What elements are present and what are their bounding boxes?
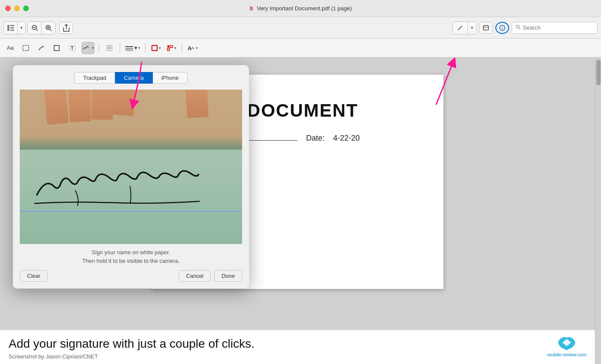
markup-active-btn[interactable]: i [495,22,509,34]
signature-preview [24,152,238,220]
svg-text:i: i [502,26,503,30]
svg-rect-11 [483,26,489,30]
cancel-btn[interactable]: Cancel [179,270,210,282]
finger-3 [91,90,113,120]
camera-background [20,90,242,244]
close-button[interactable] [5,6,11,11]
search-box [512,22,598,34]
watermark-logo [556,334,577,351]
sidebar-toggle-group: ▼ [3,21,26,34]
sidebar-dropdown-btn[interactable]: ▼ [18,22,25,34]
markup-toolbar: Aa T ▾ ▾ ▾ ▾ ▾ AA ▾ [0,39,601,57]
dialog-footer: Clear Cancel Done [20,270,242,282]
font-size-btn[interactable]: AA ▾ [186,42,198,54]
svg-point-14 [516,25,519,28]
main-toolbar: ▼ ▾ i [0,17,601,39]
svg-rect-1 [10,25,14,26]
tab-iphone[interactable]: iPhone [153,72,188,84]
hand-fingers [20,90,242,141]
toolbar-right: ▾ i [452,21,598,34]
svg-text:A: A [191,46,194,50]
window-title: 🗎 Very Important Document.pdf (1 page) [249,5,352,12]
bottom-content: Add your signature with just a couple of… [0,330,595,364]
svg-rect-0 [7,25,9,31]
zoom-in-btn[interactable] [42,22,55,34]
pdf-icon: 🗎 [249,6,254,12]
pen-btn[interactable] [453,22,467,34]
finger-5 [185,90,209,118]
sidebar-toggle-btn[interactable] [4,22,18,34]
finger-4 [112,90,136,116]
zoom-out-btn[interactable] [28,22,42,34]
svg-rect-16 [23,45,29,51]
sign-btn[interactable]: ▾ [82,42,94,54]
tab-camera[interactable]: Camera [115,72,152,84]
svg-rect-17 [54,45,59,51]
pdf-area: RTANT DOCUMENT Date: 4-22-20 Trackpad Ca… [0,57,595,364]
text-btn[interactable]: T [66,42,78,54]
shape-outline-btn[interactable]: ▾ [150,42,162,54]
rect-select-btn[interactable] [51,42,63,54]
paper [20,150,242,244]
svg-rect-27 [167,45,170,48]
maximize-button[interactable] [23,6,29,11]
bottom-caption: Screenshot by Jason Cipriani/CNET [9,353,586,360]
shape-fill-btn[interactable]: ▾ [165,42,177,54]
watermark-text: mobile-review.com [547,352,586,357]
pen-group: ▾ [452,21,477,34]
svg-text:T: T [71,46,73,51]
search-input[interactable] [523,24,587,31]
clear-btn[interactable]: Clear [20,270,48,282]
note-btn[interactable] [103,42,115,54]
svg-rect-28 [170,45,173,48]
content-area: RTANT DOCUMENT Date: 4-22-20 Trackpad Ca… [0,57,601,364]
svg-rect-26 [152,45,157,51]
finger-2 [69,90,91,122]
sketch-btn[interactable] [35,42,47,54]
title-bar: 🗎 Very Important Document.pdf (1 page) [0,0,601,17]
font-btn[interactable]: Aa [4,42,16,54]
finger-1 [44,90,69,125]
camera-instructions: Sign your name on white paper. Then hold… [20,248,242,265]
pen-dropdown-btn[interactable]: ▾ [467,22,476,34]
line-style-btn[interactable]: ▾ ▾ [124,42,141,54]
share-btn-2[interactable] [479,22,493,34]
scrollbar[interactable] [595,57,601,364]
signature-tabs: Trackpad Camera iPhone [20,72,242,84]
camera-view [20,90,242,244]
traffic-lights [5,6,29,11]
share-btn[interactable] [59,22,73,34]
bottom-headline: Add your signature with just a couple of… [9,337,586,351]
watermark: mobile-review.com [547,334,586,357]
svg-rect-29 [167,48,170,51]
tab-trackpad[interactable]: Trackpad [74,72,115,84]
signature-dialog: Trackpad Camera iPhone [13,65,249,289]
svg-line-15 [519,28,520,29]
svg-rect-20 [107,45,112,51]
svg-line-5 [36,29,38,31]
date-label: Date: [306,134,325,143]
selection-rect-btn[interactable] [20,42,32,54]
title-label: Very Important Document.pdf (1 page) [257,5,352,12]
date-value: 4-22-20 [333,134,360,143]
blue-guide-line [20,211,242,212]
minimize-button[interactable] [14,6,20,11]
search-icon [516,24,521,31]
done-btn[interactable]: Done [214,270,242,282]
svg-rect-2 [10,27,14,28]
svg-line-8 [50,29,52,31]
svg-rect-3 [10,30,14,31]
zoom-group [27,21,56,34]
dialog-actions: Cancel Done [179,270,242,282]
scrollbar-thumb[interactable] [596,60,601,85]
